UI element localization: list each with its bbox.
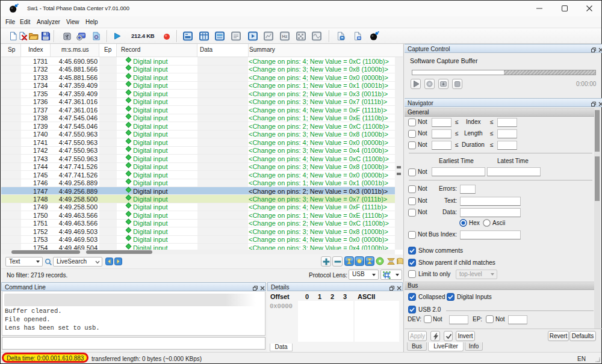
svg-text:Hz: Hz xyxy=(282,34,287,39)
